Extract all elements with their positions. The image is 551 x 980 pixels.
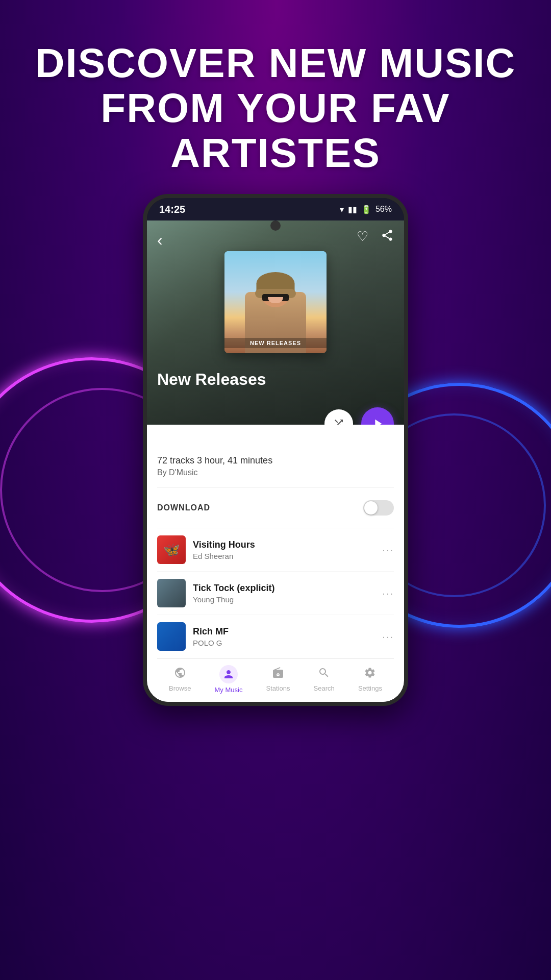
download-toggle[interactable] <box>363 500 394 516</box>
track-thumbnail <box>157 579 186 607</box>
phone-frame: 14:25 ▾ ▮▮ 🔋 56% ‹ ♡ <box>143 194 408 706</box>
favorite-button[interactable]: ♡ <box>357 229 368 246</box>
settings-icon <box>364 667 376 682</box>
track-details: Visiting Hours Ed Sheeran <box>193 540 375 560</box>
nav-item-stations[interactable]: Stations <box>266 667 290 692</box>
toggle-knob <box>364 501 378 514</box>
track-by: By D'Music <box>157 468 394 477</box>
battery-icon: 🔋 <box>361 205 371 214</box>
track-item[interactable]: 🦋 Visiting Hours Ed Sheeran ··· <box>157 528 394 572</box>
nav-label-stations: Stations <box>266 684 290 692</box>
track-artist: POLO G <box>193 639 375 647</box>
track-details: Tick Tock (explicit) Young Thug <box>193 583 375 604</box>
track-artist: Young Thug <box>193 595 375 604</box>
shuffle-button[interactable] <box>324 409 353 425</box>
track-more-button[interactable]: ··· <box>382 631 394 643</box>
camera-notch <box>270 220 281 231</box>
album-art: NEW RELEASES <box>224 251 327 353</box>
content-area: 72 tracks 3 hour, 41 minutes By D'Music … <box>147 425 404 702</box>
track-more-button[interactable]: ··· <box>382 544 394 556</box>
track-count: 72 tracks 3 hour, 41 minutes <box>157 455 394 466</box>
nav-label-search: Search <box>314 684 335 692</box>
playlist-title: New Releases <box>157 370 266 389</box>
track-name: Visiting Hours <box>193 540 375 550</box>
track-list: 🦋 Visiting Hours Ed Sheeran ··· T <box>157 528 394 658</box>
hero-title: DISCOVER NEW MUSIC FROM YOUR FAV ARTISTE… <box>31 41 520 176</box>
track-name: Tick Tock (explicit) <box>193 583 375 594</box>
bottom-nav: Browse My Music <box>157 658 394 702</box>
nav-label-settings: Settings <box>358 684 382 692</box>
nav-active-indicator <box>219 665 238 683</box>
track-item[interactable]: Rich MF POLO G ··· <box>157 615 394 658</box>
battery-percent: 56% <box>375 205 392 214</box>
share-button[interactable] <box>381 229 394 246</box>
track-thumbnail <box>157 622 186 651</box>
play-button[interactable] <box>361 407 394 425</box>
download-section: DOWNLOAD <box>157 488 394 528</box>
track-artist: Ed Sheeran <box>193 552 375 560</box>
search-icon <box>318 667 330 682</box>
wifi-icon: ▾ <box>340 205 344 214</box>
track-more-button[interactable]: ··· <box>382 587 394 599</box>
nav-item-settings[interactable]: Settings <box>358 667 382 692</box>
browse-icon <box>174 667 186 682</box>
play-controls <box>324 407 394 425</box>
back-button[interactable]: ‹ <box>157 231 163 250</box>
nav-label-mymusic: My Music <box>215 686 243 694</box>
download-label: DOWNLOAD <box>157 503 210 512</box>
nav-label-browse: Browse <box>169 684 191 692</box>
track-name: Rich MF <box>193 626 375 637</box>
nav-item-mymusic[interactable]: My Music <box>215 665 243 694</box>
nav-item-browse[interactable]: Browse <box>169 667 191 692</box>
status-bar: 14:25 ▾ ▮▮ 🔋 56% <box>147 198 404 220</box>
album-art-container: NEW RELEASES <box>224 251 327 353</box>
track-item[interactable]: Tick Tock (explicit) Young Thug ··· <box>157 572 394 615</box>
track-thumbnail: 🦋 <box>157 535 186 564</box>
album-label: NEW RELEASES <box>224 338 327 348</box>
track-info: 72 tracks 3 hour, 41 minutes By D'Music <box>157 450 394 488</box>
stations-icon <box>272 667 284 682</box>
signal-icon: ▮▮ <box>348 205 357 214</box>
header-actions: ♡ <box>357 229 394 246</box>
status-icons: ▾ ▮▮ 🔋 56% <box>340 205 392 214</box>
nav-item-search[interactable]: Search <box>314 667 335 692</box>
hero-section: DISCOVER NEW MUSIC FROM YOUR FAV ARTISTE… <box>0 41 551 176</box>
status-time: 14:25 <box>159 204 185 215</box>
track-details: Rich MF POLO G <box>193 626 375 647</box>
phone-mockup: 14:25 ▾ ▮▮ 🔋 56% ‹ ♡ <box>143 194 408 706</box>
playlist-header: ‹ ♡ <box>147 220 404 425</box>
